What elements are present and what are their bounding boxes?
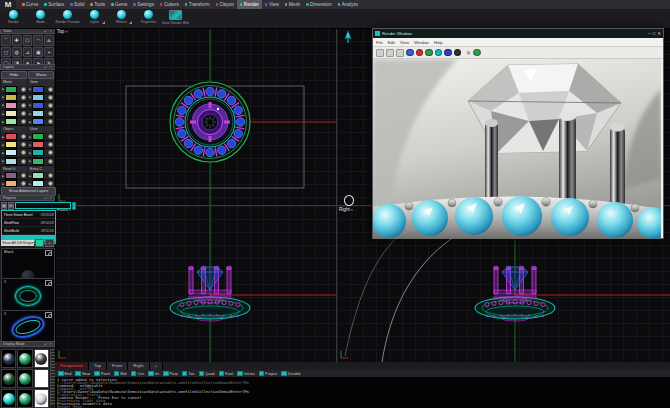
osnap-disable[interactable]: Disable xyxy=(281,371,300,377)
layer-row[interactable]: ▶ xyxy=(28,102,54,110)
expand-icon[interactable]: ▶ xyxy=(29,174,31,178)
project-search-button[interactable]: ⌕ xyxy=(72,202,76,210)
save-icon[interactable] xyxy=(376,49,384,57)
viewport-top[interactable]: Top ▾ xyxy=(55,28,336,205)
material-tile-ring-top[interactable]: 1 xyxy=(1,278,55,311)
command-history[interactable]: 1 curve added to selection.C:\Users\Owne… xyxy=(55,377,670,408)
layer-row[interactable]: ▶ xyxy=(1,158,27,166)
rwin-menu-edit[interactable]: Edit xyxy=(388,40,395,45)
tool-icon-0[interactable]: ⌒ xyxy=(1,35,11,46)
osnap-end[interactable]: End xyxy=(58,371,71,377)
camera-icon[interactable] xyxy=(45,312,52,318)
osnap-cen[interactable]: Cen xyxy=(131,371,145,377)
projects-panel-header[interactable]: Projects ▴▪✕ xyxy=(0,195,55,201)
expand-icon[interactable]: ▶ xyxy=(2,174,4,178)
rwin-menu-help[interactable]: Help xyxy=(434,40,443,45)
layer-row[interactable]: ▶ xyxy=(28,172,54,180)
grid-view-icon[interactable]: ▦ xyxy=(1,202,7,210)
expand-icon[interactable]: ▶ xyxy=(2,120,4,124)
dock-icon[interactable]: ▪ xyxy=(47,196,48,200)
checkbox[interactable] xyxy=(75,371,81,377)
close-icon[interactable]: ✕ xyxy=(49,196,52,200)
render-preview-button[interactable]: Render Preview xyxy=(54,9,81,29)
layer-visibility-bulb-icon[interactable] xyxy=(21,134,26,139)
layer-visibility-bulb-icon[interactable] xyxy=(48,87,53,92)
layer-color-swatch[interactable] xyxy=(32,94,44,101)
layer-color-swatch[interactable] xyxy=(32,118,44,125)
layer-color-swatch[interactable] xyxy=(32,149,44,156)
file-row-workbuild[interactable]: WorkBuild09/11/18 xyxy=(2,227,55,235)
osnap-tan[interactable]: Tan xyxy=(182,371,195,377)
close-icon[interactable]: ✕ xyxy=(49,65,52,69)
collapse-icon[interactable]: ▴ xyxy=(44,342,46,346)
rwin-menu-window[interactable]: Window xyxy=(414,40,429,45)
viewport-right-label[interactable]: Right ▾ xyxy=(339,207,353,212)
layer-color-swatch[interactable] xyxy=(5,86,17,93)
dock-icon[interactable]: ▪ xyxy=(47,65,48,69)
layer-row[interactable]: ▶ xyxy=(28,94,54,102)
channel-button-3[interactable] xyxy=(435,49,443,57)
expand-icon[interactable]: ▶ xyxy=(2,112,4,116)
close-icon[interactable]: ✕ xyxy=(657,31,661,37)
collapse-icon[interactable]: ▴ xyxy=(44,196,46,200)
layer-visibility-bulb-icon[interactable] xyxy=(48,173,53,178)
layer-row[interactable]: ▶ xyxy=(1,86,27,94)
layer-visibility-bulb-icon[interactable] xyxy=(48,111,53,116)
camera-icon[interactable] xyxy=(45,250,52,256)
menu-item-view[interactable]: View xyxy=(262,0,282,9)
display-mode-tile-0[interactable] xyxy=(1,349,16,368)
menu-item-surface[interactable]: Surface xyxy=(41,0,67,9)
layer-visibility-bulb-icon[interactable] xyxy=(48,150,53,155)
layer-color-swatch[interactable] xyxy=(5,110,17,117)
layer-color-swatch[interactable] xyxy=(32,158,44,165)
layer-color-swatch[interactable] xyxy=(32,110,44,117)
checkbox[interactable] xyxy=(163,371,169,377)
layer-visibility-bulb-icon[interactable] xyxy=(21,95,26,100)
expand-icon[interactable]: ▶ xyxy=(2,159,4,163)
print-icon[interactable] xyxy=(396,49,404,57)
expand-icon[interactable]: ▶ xyxy=(29,143,31,147)
layer-visibility-bulb-icon[interactable] xyxy=(48,119,53,124)
close-icon[interactable]: ✕ xyxy=(49,342,52,346)
viewport-tab-perspective[interactable]: Perspective xyxy=(55,362,89,370)
layer-color-swatch[interactable] xyxy=(5,94,17,101)
layer-visibility-bulb-icon[interactable] xyxy=(48,103,53,108)
layer-color-swatch[interactable] xyxy=(5,158,17,165)
expand-icon[interactable]: ▶ xyxy=(29,95,31,99)
expand-icon[interactable]: ▶ xyxy=(2,182,4,186)
layer-visibility-bulb-icon[interactable] xyxy=(48,95,53,100)
viewport-tab-right[interactable]: Right xyxy=(128,362,149,370)
expand-icon[interactable]: ▶ xyxy=(2,143,4,147)
layer-color-swatch[interactable] xyxy=(5,102,17,109)
layer-visibility-bulb-icon[interactable] xyxy=(21,111,26,116)
tool-icon-8[interactable]: ▣ xyxy=(33,47,43,58)
tool-icon-7[interactable]: ⊿ xyxy=(23,47,33,58)
expand-icon[interactable]: ▶ xyxy=(29,103,31,107)
display-mode-tile-7[interactable] xyxy=(17,389,32,408)
layer-row[interactable]: ▶ xyxy=(28,133,54,141)
display-mode-tile-4[interactable] xyxy=(17,369,32,388)
channel-button-5[interactable] xyxy=(454,49,462,57)
layer-visibility-bulb-icon[interactable] xyxy=(21,119,26,124)
save-render-wind-button[interactable]: Save Render Wind... xyxy=(162,9,189,29)
tool-icon-1[interactable]: ✚ xyxy=(12,35,22,46)
checkbox[interactable] xyxy=(114,371,120,377)
osnap-vertex[interactable]: Vertex xyxy=(237,371,255,377)
channel-button-1[interactable] xyxy=(416,49,424,57)
tool-icon-6[interactable]: ◍ xyxy=(12,47,22,58)
render-preview-image[interactable] xyxy=(373,59,663,239)
collapse-icon[interactable]: ▴ xyxy=(44,65,46,69)
checkbox[interactable] xyxy=(237,371,243,377)
copy-icon[interactable] xyxy=(386,49,394,57)
layer-visibility-bulb-icon[interactable] xyxy=(21,181,26,186)
dock-icon[interactable]: ▪ xyxy=(47,29,48,33)
osnap-knot[interactable]: Knot xyxy=(219,371,234,377)
menu-item-analyze[interactable]: Analyze xyxy=(335,0,361,9)
viewport-front[interactable]: Front ▾ xyxy=(55,206,336,362)
menu-item-render[interactable]: Render xyxy=(237,0,262,9)
layer-row[interactable]: ▶ xyxy=(28,158,54,166)
minimize-icon[interactable]: – xyxy=(648,31,651,37)
file-row-workflow[interactable]: WorkFlow09/10/18 xyxy=(2,219,55,227)
material-tile-black[interactable]: Black xyxy=(1,248,55,279)
display-mode-tile-3[interactable] xyxy=(1,369,16,388)
